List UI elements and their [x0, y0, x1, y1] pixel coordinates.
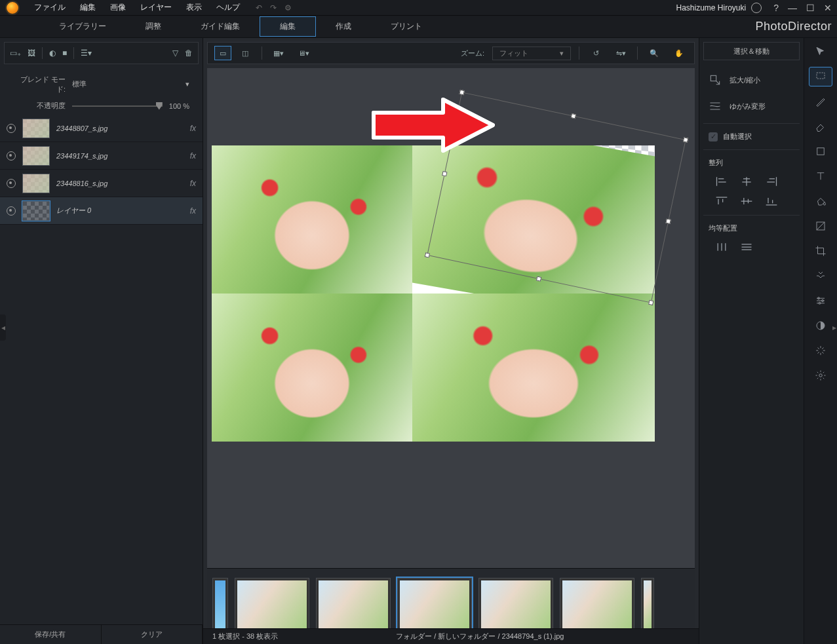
user-account[interactable]: Hashizume Hiroyuki [676, 3, 762, 13]
view-single-icon[interactable]: ▭ [214, 46, 231, 60]
mask-icon[interactable]: ◐ [49, 48, 56, 58]
move-tool-icon[interactable] [809, 42, 832, 62]
blur-tool-icon[interactable] [809, 316, 832, 335]
more-settings-icon[interactable] [809, 366, 832, 385]
transform-handle[interactable] [459, 90, 465, 95]
add-layer-icon[interactable]: ▭₊ [10, 48, 21, 58]
tab-print[interactable]: プリント [371, 17, 442, 36]
adjust-tool-icon[interactable] [809, 291, 832, 311]
tab-create[interactable]: 作成 [316, 17, 371, 36]
layer-fx-icon[interactable]: fx [190, 179, 196, 188]
filmstrip-thumbnail[interactable] [478, 578, 553, 632]
status-selection: 1 枚選択 - 38 枚表示 [212, 632, 278, 641]
layer-row[interactable]: レイヤー 0 fx [0, 197, 203, 225]
visibility-icon[interactable] [7, 179, 16, 188]
menu-file[interactable]: ファイル [34, 2, 66, 13]
tab-guided[interactable]: ガイド編集 [181, 17, 260, 36]
transform-handle[interactable] [683, 137, 688, 142]
shape-icon[interactable]: ■ [62, 48, 67, 58]
align-top-icon[interactable] [715, 195, 728, 207]
visibility-icon[interactable] [7, 151, 16, 161]
pen-tool-icon[interactable] [809, 92, 832, 111]
distribute-v-icon[interactable] [740, 241, 753, 253]
zoom-tool-icon[interactable]: 🔍 [646, 46, 663, 60]
text-tool-icon[interactable] [809, 166, 832, 186]
maximize-icon[interactable]: ☐ [806, 3, 815, 13]
fill-tool-icon[interactable] [809, 191, 832, 211]
filmstrip-thumbnail[interactable] [235, 578, 309, 632]
menu-help[interactable]: ヘルプ [216, 2, 240, 13]
menu-layer[interactable]: レイヤー [140, 2, 172, 13]
pan-tool-icon[interactable]: ✋ [671, 46, 688, 60]
layer-row[interactable]: 23448816_s.jpg fx [0, 170, 203, 197]
minimize-icon[interactable]: — [788, 3, 797, 13]
flip-icon[interactable]: ⇋▾ [612, 46, 629, 60]
filmstrip-thumbnail[interactable] [397, 578, 472, 632]
layer-options-icon[interactable]: ☰▾ [81, 48, 92, 58]
layer-row[interactable]: 23448807_s.jpg fx [0, 115, 203, 142]
menu-bar: ファイル 編集 画像 レイヤー 表示 ヘルプ [34, 2, 240, 13]
right-panel-collapse-icon[interactable]: ▸ [831, 314, 837, 341]
canvas-area[interactable] [207, 68, 695, 568]
close-icon[interactable]: ✕ [824, 3, 832, 13]
opacity-slider[interactable] [72, 105, 163, 107]
save-share-button[interactable]: 保存/共有 [0, 625, 102, 644]
selection-tool-icon[interactable] [809, 67, 832, 86]
eraser-tool-icon[interactable] [809, 117, 832, 136]
tab-edit[interactable]: 編集 [260, 16, 316, 37]
tab-library[interactable]: ライブラリー [39, 17, 126, 36]
filmstrip-thumbnail[interactable] [212, 578, 228, 632]
settings-gear-icon[interactable]: ⚙ [284, 3, 292, 12]
align-center-h-icon[interactable] [740, 176, 753, 187]
auto-select-checkbox[interactable]: ✓ 自動選択 [703, 128, 800, 145]
layer-fx-icon[interactable]: fx [190, 151, 196, 161]
visibility-icon[interactable] [7, 206, 16, 216]
align-section-label: 整列 [703, 154, 800, 172]
visibility-icon[interactable] [7, 124, 16, 133]
gradient-tool-icon[interactable] [809, 216, 832, 236]
display-options-icon[interactable]: 🖥▾ [295, 46, 312, 60]
filmstrip-thumbnail[interactable] [560, 578, 634, 632]
menu-view[interactable]: 表示 [186, 2, 202, 13]
tab-adjust[interactable]: 調整 [126, 17, 181, 36]
layer-fx-icon[interactable]: fx [190, 206, 196, 216]
shape-tool-icon[interactable] [809, 142, 832, 161]
tool-scale[interactable]: 拡大/縮小 [703, 67, 800, 93]
left-panel-collapse-icon[interactable]: ◂ [0, 314, 6, 341]
transform-handle[interactable] [648, 300, 653, 305]
transform-handle[interactable] [536, 276, 541, 281]
effects-tool-icon[interactable] [809, 341, 832, 360]
transform-handle[interactable] [425, 252, 430, 257]
status-path: フォルダー / 新しいフォルダー / 23448794_s (1).jpg [396, 632, 564, 641]
crop-tool-icon[interactable] [809, 241, 832, 261]
align-center-v-icon[interactable] [740, 195, 753, 207]
help-icon[interactable]: ? [773, 3, 779, 13]
align-right-icon[interactable] [765, 176, 778, 187]
undo-icon[interactable]: ↶ [256, 3, 262, 12]
delete-layer-icon[interactable]: 🗑 [185, 48, 193, 58]
transform-handle[interactable] [442, 171, 447, 176]
menu-edit[interactable]: 編集 [80, 2, 96, 13]
layer-name: レイヤー 0 [56, 206, 184, 216]
clear-button[interactable]: クリア [102, 625, 203, 644]
tool-distort[interactable]: ゆがみ変形 [703, 93, 800, 119]
rotate-left-icon[interactable]: ↺ [587, 46, 604, 60]
blend-mode-dropdown[interactable]: 標準▾ [72, 79, 189, 90]
layer-fx-icon[interactable]: fx [190, 124, 196, 133]
menu-image[interactable]: 画像 [110, 2, 126, 13]
add-image-layer-icon[interactable]: 🖼 [28, 48, 35, 58]
layer-row[interactable]: 23449174_s.jpg fx [0, 142, 203, 170]
transform-handle[interactable] [571, 113, 576, 119]
filmstrip-thumbnail[interactable] [641, 578, 654, 632]
heal-tool-icon[interactable] [809, 266, 832, 286]
grid-overlay-icon[interactable]: ▦▾ [270, 46, 287, 60]
filmstrip-thumbnail[interactable] [316, 578, 391, 632]
filter-icon[interactable]: ▽ [172, 48, 178, 58]
align-bottom-icon[interactable] [765, 195, 778, 207]
transform-handle[interactable] [666, 218, 671, 223]
distribute-h-icon[interactable] [715, 241, 728, 253]
redo-icon[interactable]: ↷ [270, 3, 277, 12]
align-left-icon[interactable] [715, 176, 728, 187]
zoom-dropdown[interactable]: フィット▾ [492, 47, 571, 60]
view-compare-icon[interactable]: ◫ [237, 46, 254, 60]
